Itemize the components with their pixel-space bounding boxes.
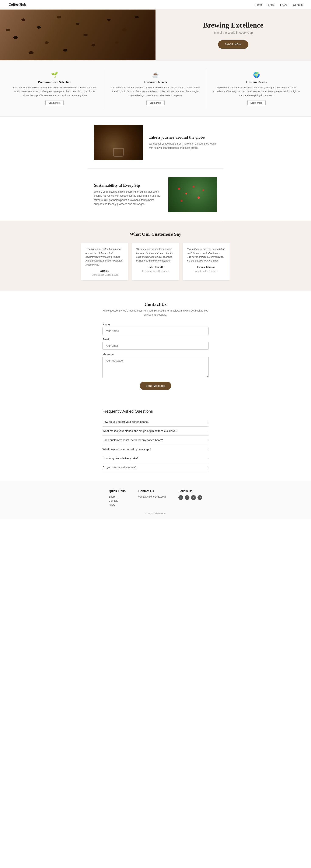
testimonial-quote-3: "From the first sip, you can tell that e… [187, 247, 226, 263]
footer-copyright: © 2024 Coffee Hub [6, 512, 305, 515]
feature-learn-more-2[interactable]: Learn More [146, 100, 165, 105]
feature-learn-more-1[interactable]: Learn More [46, 100, 64, 105]
footer-grid: Quick Links Shop Contact FAQs Contact Us… [96, 489, 215, 506]
name-input[interactable] [103, 327, 208, 335]
form-group-email: Email [103, 338, 208, 350]
faq-question-1: How do you select your coffee beans? [103, 420, 149, 424]
testimonial-card-2: "Sustainability is key for me, and knowi… [132, 243, 179, 280]
footer-quick-links: Quick Links Shop Contact FAQs [109, 489, 125, 506]
sustainability-title: Sustainability at Every Sip [94, 183, 162, 188]
faq-title: Frequently Asked Questions [103, 409, 208, 414]
sustainability-image [168, 177, 217, 212]
nav-home[interactable]: Home [255, 3, 262, 6]
nav-shop[interactable]: Shop [268, 3, 274, 6]
journey-desc: We get our coffee beans from more than 2… [149, 142, 217, 150]
facebook-icon[interactable]: f [185, 495, 190, 500]
footer-quick-links-title: Quick Links [109, 489, 125, 493]
feature-desc-3: Explore our custom roast options that al… [212, 86, 301, 97]
form-group-name: Name [103, 323, 208, 335]
feature-card-3: 🌍 Custom Roasts Explore our custom roast… [206, 68, 307, 109]
hero-image [0, 9, 156, 60]
sustainability-desc: We are committed to ethical sourcing, en… [94, 190, 162, 206]
chevron-down-icon-2: › [207, 429, 208, 433]
testimonial-card-3: "From the first sip, you can tell that e… [183, 243, 230, 280]
feature-title-2: Exclusive blends [111, 80, 200, 84]
faq-item-3[interactable]: Can I customize roast levels for any cof… [103, 436, 208, 445]
nav-contact[interactable]: Contact [293, 3, 303, 6]
twitter-icon[interactable]: t [191, 495, 196, 500]
feature-title-1: Premium Bean Selection [10, 80, 99, 84]
sustainability-section: Sustainability at Every Sip We are commi… [88, 169, 223, 221]
testimonials-grid: "The variety of coffee beans from around… [81, 243, 230, 280]
feature-desc-1: Discover our meticulous selection of pre… [10, 86, 99, 97]
testimonial-role-1: Enthusiastic Coffee Lover [85, 274, 124, 276]
feature-learn-more-3[interactable]: Learn More [247, 100, 265, 105]
footer: Quick Links Shop Contact FAQs Contact Us… [0, 480, 311, 519]
faq-item-6[interactable]: Do you offer any discounts? › [103, 463, 208, 472]
footer-email: contact@coffeehub.com [138, 495, 166, 498]
faq-item-1[interactable]: How do you select your coffee beans? › [103, 417, 208, 427]
features-section: 🌱 Premium Bean Selection Discover our me… [0, 60, 311, 117]
send-message-button[interactable]: Send Message [140, 382, 171, 390]
feature-title-3: Custom Roasts [212, 80, 301, 84]
faq-question-6: Do you offer any discounts? [103, 466, 137, 469]
feature-icon-3: 🌍 [212, 72, 301, 78]
testimonial-quote-2: "Sustainability is key for me, and knowi… [136, 247, 175, 263]
message-input[interactable] [103, 356, 208, 378]
email-input[interactable] [103, 342, 208, 350]
faq-question-5: How long does delivery take? [103, 457, 139, 460]
nav-logo[interactable]: Coffee Hub [8, 3, 26, 7]
navbar: Coffee Hub Home Shop FAQs Contact [0, 0, 311, 9]
hero-cta-button[interactable]: SHOP NOW [218, 40, 248, 49]
chevron-down-icon-5: › [207, 457, 208, 460]
chevron-down-icon-1: › [207, 420, 208, 424]
faq-question-3: Can I customize roast levels for any cof… [103, 438, 163, 442]
feature-card-1: 🌱 Premium Bean Selection Discover our me… [4, 68, 105, 109]
feature-desc-2: Discover our curated selection of exclus… [111, 86, 200, 97]
email-label: Email [103, 338, 208, 341]
chevron-down-icon-4: › [207, 447, 208, 451]
footer-social-icons: 📷 f t in [178, 495, 202, 500]
footer-social: Follow Us 📷 f t in [178, 489, 202, 506]
faq-item-4[interactable]: What payment methods do you accept? › [103, 445, 208, 454]
sustainability-content: Sustainability at Every Sip We are commi… [94, 183, 162, 206]
hero-title: Brewing Excellence [203, 21, 263, 29]
chevron-down-icon-6: › [207, 466, 208, 469]
faq-item-5[interactable]: How long does delivery take? › [103, 454, 208, 463]
chevron-down-icon-3: › [207, 438, 208, 442]
contact-form: Name Email Message Send Message [103, 323, 208, 390]
message-label: Message [103, 352, 208, 356]
linkedin-icon[interactable]: in [198, 495, 202, 500]
hero-section: Brewing Excellence Travel the World in e… [0, 9, 311, 60]
hero-subtitle: Travel the World in every Cup [214, 31, 253, 34]
faq-section: Frequently Asked Questions How do you se… [96, 401, 215, 480]
name-label: Name [103, 323, 208, 326]
feature-icon-1: 🌱 [10, 72, 99, 78]
journey-title: Take a journey around the globe [149, 135, 217, 140]
form-group-message: Message [103, 352, 208, 379]
footer-contact-title: Contact Us [138, 489, 166, 493]
footer-contact: Contact Us contact@coffeehub.com [138, 489, 166, 506]
feature-card-2: ☕ Exclusive blends Discover our curated … [105, 68, 206, 109]
journey-section: Take a journey around the globe We get o… [88, 117, 223, 169]
footer-link-shop[interactable]: Shop [109, 495, 125, 498]
testimonial-role-3: World Coffee Explorer [187, 270, 226, 272]
feature-icon-2: ☕ [111, 72, 200, 78]
faq-question-4: What payment methods do you accept? [103, 447, 151, 451]
footer-social-title: Follow Us [178, 489, 202, 493]
journey-content: Take a journey around the globe We get o… [149, 135, 217, 150]
footer-link-faqs[interactable]: FAQs [109, 503, 125, 506]
nav-links: Home Shop FAQs Contact [255, 3, 303, 6]
footer-link-contact[interactable]: Contact [109, 499, 125, 502]
testimonial-name-1: Alex M. [85, 269, 124, 273]
testimonial-card-1: "The variety of coffee beans from around… [81, 243, 128, 280]
testimonial-name-3: Emma Johnson [187, 265, 226, 269]
instagram-icon[interactable]: 📷 [178, 495, 183, 500]
contact-subtitle: Have questions? We'd love to hear from y… [103, 309, 208, 317]
contact-section: Contact Us Have questions? We'd love to … [96, 291, 215, 400]
nav-faqs[interactable]: FAQs [280, 3, 287, 6]
faq-item-2[interactable]: What makes your blends and single-origin… [103, 427, 208, 436]
testimonial-name-2: Robert Smith [136, 265, 175, 269]
faq-question-2: What makes your blends and single-origin… [103, 429, 177, 433]
hero-content: Brewing Excellence Travel the World in e… [156, 9, 311, 60]
